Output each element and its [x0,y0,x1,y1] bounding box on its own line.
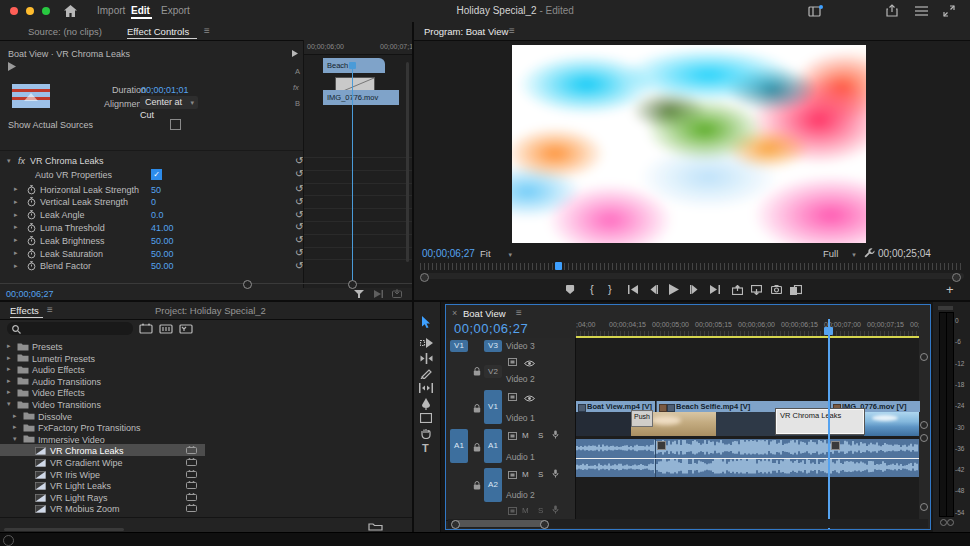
volume-rubber-band[interactable] [576,458,919,459]
effects-tree-item-presets[interactable]: ▸Presets [0,340,205,352]
chevron-right-icon[interactable]: ▸ [7,352,11,364]
toggle-animation-stopwatch-icon[interactable] [27,185,36,195]
collapse-lane-icon[interactable] [292,50,298,57]
lock-icon[interactable] [473,481,481,490]
pen-tool-icon[interactable] [421,398,431,410]
chevron-down-icon[interactable]: ▾ [7,398,11,410]
alignment-dropdown[interactable]: Center at Cut ▾ [140,96,198,109]
mute-button[interactable]: M [522,470,529,479]
effects-hscrollbar[interactable] [4,528,124,531]
timeline-hscrollbar[interactable] [452,520,547,527]
panel-menu-icon[interactable]: ≡ [47,304,53,315]
track-output-eye-icon[interactable] [524,395,535,402]
home-icon[interactable] [64,5,77,17]
param-value[interactable]: 50 [151,185,161,195]
zoom-level-dropdown[interactable]: Fit▾ [480,248,512,259]
tab-source-monitor[interactable]: Source: (no clips) [28,26,102,37]
track-resize-handle[interactable] [920,353,928,361]
mute-button[interactable]: M [522,431,529,440]
new-custom-bin-icon[interactable] [368,522,383,531]
meter-handle[interactable] [938,306,953,310]
filter-properties-icon[interactable] [354,290,364,298]
expand-param-icon[interactable]: ▸ [14,198,18,206]
toggle-animation-stopwatch-icon[interactable] [27,223,36,233]
chevron-right-icon[interactable]: ▸ [7,340,11,352]
export-settings-icon[interactable] [392,289,402,298]
toggle-animation-stopwatch-icon[interactable] [27,236,36,246]
sync-lock-icon[interactable] [508,358,517,366]
source-patch-v1[interactable]: V1 [450,340,468,352]
sync-lock-icon[interactable] [508,507,517,515]
timeline-playhead-handle[interactable] [824,327,833,335]
program-scrollbar[interactable] [420,273,964,279]
effects-tree-item-video-effects[interactable]: ▸Video Effects [0,386,205,398]
nav-export[interactable]: Export [161,5,190,16]
effect-controls-timecode[interactable]: 00;00;06;27 [6,289,54,299]
toggle-animation-stopwatch-icon[interactable] [27,261,36,271]
divider[interactable] [414,300,970,302]
program-current-timecode[interactable]: 00;00;06;27 [422,248,475,259]
track-target-a1[interactable]: A1 [484,429,502,463]
button-editor-plus-icon[interactable]: + [946,282,954,297]
param-value[interactable]: 50.00 [151,236,174,246]
effects-tree-item-immersive-video[interactable]: ▾Immersive Video [0,433,205,445]
minimize-window-button[interactable] [26,7,34,15]
yuv-filter-icon[interactable] [179,323,193,334]
solo-button[interactable]: S [538,470,543,479]
effects-tree-item-vr-random-blocks[interactable]: VR Random Blocks [0,514,205,516]
effects-tree-item-audio-effects[interactable]: ▸Audio Effects [0,363,205,375]
zoom-handle-right[interactable] [540,520,549,529]
play-audio-loop-icon[interactable] [374,290,383,298]
lane-zoom-handle-right[interactable] [348,280,357,289]
expand-param-icon[interactable]: ▸ [14,249,18,257]
effects-tree-item-vr-light-rays[interactable]: VR Light Rays [0,491,205,503]
comparison-view-icon[interactable] [790,285,802,295]
lift-icon[interactable] [732,285,743,295]
share-export-icon[interactable] [886,4,898,17]
meter-mono-icon[interactable] [940,519,947,526]
effects-tree-item-vr-gradient-wipe[interactable]: VR Gradient Wipe [0,456,205,468]
meter-stereo-icon[interactable] [947,519,954,526]
param-value[interactable]: 0 [151,197,156,207]
playback-resolution-dropdown[interactable]: Full▾ [823,248,856,259]
scrollbar-handle-left[interactable] [420,273,429,282]
track-resize-handle[interactable] [920,503,928,511]
chevron-right-icon[interactable]: ▸ [7,375,11,387]
add-marker-icon[interactable] [566,285,575,295]
tab-program-monitor[interactable]: Program: Boat View [424,26,508,37]
tab-project[interactable]: Project: Holiday Special_2 [155,305,266,316]
source-patch-a1[interactable]: A1 [450,429,468,463]
expand-param-icon[interactable]: ▸ [14,262,18,270]
effects-tree-item-lumetri-presets[interactable]: ▸Lumetri Presets [0,352,205,364]
param-value[interactable]: 50.00 [151,261,174,271]
chevron-right-icon[interactable]: ▸ [7,363,11,375]
step-back-icon[interactable] [649,285,658,294]
expand-param-icon[interactable]: ▸ [14,185,18,193]
voice-over-mic-icon[interactable] [552,430,559,439]
effect-controls-scrollbar[interactable] [406,62,409,262]
type-tool-icon[interactable]: T [422,442,429,454]
tab-effect-controls[interactable]: Effect Controls [127,26,189,37]
effects-tree-item-vr-iris-wipe[interactable]: VR Iris Wipe [0,468,205,480]
go-to-in-icon[interactable] [628,285,638,294]
nav-edit[interactable]: Edit [131,5,150,16]
track-resize-handle[interactable] [920,421,928,429]
param-value[interactable]: 0.0 [151,210,164,220]
lane-playhead[interactable] [349,62,356,69]
track-target-a2[interactable]: A2 [484,468,502,502]
chevron-right-icon[interactable]: ▸ [13,421,17,433]
go-to-out-icon[interactable] [710,285,720,294]
lock-icon[interactable] [473,367,481,376]
close-window-button[interactable] [10,7,18,15]
lane-ruler[interactable]: 00;00;06;00 00;00;07;15 [304,40,413,55]
effects-tree-item-dissolve[interactable]: ▸Dissolve [0,410,205,422]
transition-push[interactable]: Push [631,410,653,427]
rectangle-tool-icon[interactable] [420,413,432,423]
mark-in-icon[interactable]: { [590,283,594,295]
section-chevron-icon[interactable]: ▾ [7,157,11,165]
track-target-v3[interactable]: V3 [484,340,502,352]
chevron-right-icon[interactable]: ▸ [13,410,17,422]
accelerated-effects-filter-icon[interactable] [139,323,153,334]
effects-tree-item-vr-chroma-leaks[interactable]: VR Chroma Leaks [0,444,205,456]
track-output-eye-icon[interactable] [524,360,535,367]
